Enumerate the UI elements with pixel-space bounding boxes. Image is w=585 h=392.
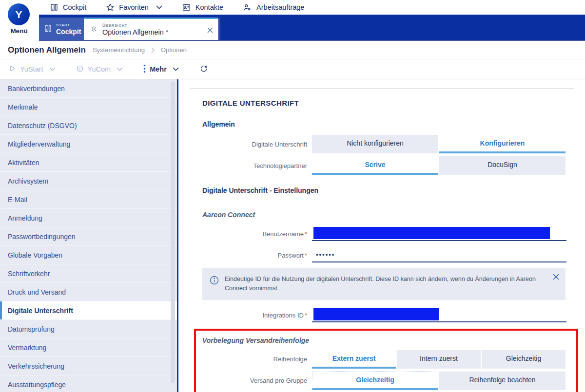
sidebar-scrollbar[interactable]	[171, 81, 175, 383]
toggle-option[interactable]: Scrive	[312, 156, 438, 175]
chevron-down-icon	[49, 67, 56, 71]
utility-item-label: Arbeitsaufträge	[256, 3, 304, 11]
field-label: Digitale Unterschrift	[178, 141, 307, 148]
kebab-menu-icon	[143, 64, 146, 75]
chevron-right-icon	[151, 47, 155, 53]
sidebar-item[interactable]: Anmeldung	[0, 209, 177, 227]
field-label: Passwort*	[178, 252, 307, 262]
username-input[interactable]	[312, 226, 566, 241]
sidebar-item-label: Digitale Unterschrift	[8, 307, 73, 315]
sidebar-item[interactable]: E-Mail	[0, 190, 177, 209]
toggle-group: ScriveDocuSign	[312, 156, 566, 175]
sidebar-item[interactable]: Archivsystem	[0, 172, 177, 190]
tab-label: Optionen Allgemein *	[102, 28, 201, 37]
sidebar-item[interactable]: Digitale Unterschrift	[0, 301, 177, 320]
sidebar-item[interactable]: Globale Vorgaben	[0, 246, 177, 264]
settings-content: DIGITALE UNTERSCHRIFT Allgemein Digitale…	[178, 79, 585, 392]
tab-close-icon[interactable]	[207, 27, 214, 34]
password-input[interactable]: ••••••	[312, 248, 566, 262]
vorbelegung-rows: ReihenfolgeExtern zuerstIntern zuerstGle…	[202, 350, 566, 390]
mehr-label: Mehr	[150, 65, 167, 73]
page-title: Optionen Allgemein	[8, 45, 86, 55]
sidebar-item[interactable]: Mitgliederverwaltung	[0, 135, 177, 153]
sidebar-item-label: Schriftverkehr	[8, 270, 50, 278]
info-message: Eindeutige ID für die Nutzung der digita…	[225, 275, 537, 294]
toggle-option[interactable]: Reihenfolge beachten	[439, 372, 566, 390]
menu-logo-button[interactable]: Y	[8, 3, 30, 25]
sidebar-item[interactable]: Schriftverkehr	[0, 264, 177, 283]
star-icon	[106, 3, 115, 12]
sidebar-item-label: Globale Vorgaben	[8, 251, 62, 259]
toggle-option[interactable]: DocuSign	[439, 156, 566, 175]
red-annotation-box: Vorbelegung Versandreihenfolge Reihenfol…	[194, 329, 578, 392]
tab-start-cockpit[interactable]: START Cockpit	[39, 18, 84, 41]
yustart-button[interactable]: YuStart	[9, 65, 56, 74]
sidebar-item[interactable]: Vermarktung	[0, 338, 177, 357]
sidebar-item[interactable]: Aktivitäten	[0, 153, 177, 172]
tab-bar: START Cockpit ÜBERSICHT Optionen Allgeme…	[39, 15, 585, 41]
sidebar-item-label: Archivsystem	[8, 177, 48, 185]
chevron-down-icon	[156, 5, 162, 9]
sidebar-item-label: Bankverbindungen	[8, 85, 65, 93]
required-asterisk: *	[305, 230, 307, 238]
content-top-divider	[190, 88, 574, 89]
group-title-aareon-connect: Aareon Connect	[202, 211, 585, 219]
sidebar-item[interactable]: Verkehrssicherung	[0, 357, 177, 375]
redacted-value	[313, 308, 439, 320]
utility-item-label: Favoriten	[119, 3, 148, 11]
group-title-vorbelegung: Vorbelegung Versandreihenfolge	[202, 336, 566, 344]
redacted-value	[313, 227, 550, 239]
field-label: Technologiepartner	[178, 162, 307, 169]
info-icon	[210, 276, 219, 294]
username-row: Benutzername*	[178, 226, 585, 241]
utility-item-arbeitsauftraege[interactable]: Arbeitsaufträge	[243, 3, 304, 12]
sidebar-item-label: Ausstattungspflege	[8, 381, 66, 389]
sidebar-item[interactable]: Bankverbindungen	[0, 79, 177, 98]
breadcrumb-item[interactable]: Optionen	[161, 46, 187, 54]
form-row: TechnologiepartnerScriveDocuSign	[178, 156, 585, 175]
form-row: ReihenfolgeExtern zuerstIntern zuerstGle…	[202, 350, 566, 369]
toggle-option[interactable]: Gleichzeitig	[482, 350, 566, 369]
sidebar-item[interactable]: Merkmale	[0, 98, 177, 116]
info-close-icon[interactable]	[552, 273, 560, 280]
field-label: Reihenfolge	[202, 355, 307, 363]
subsection-einstellungen-title: Digitale Unterschrift - Einstellungen	[202, 187, 585, 194]
chat-bubble-icon	[76, 65, 84, 74]
toggle-option[interactable]: Extern zuerst	[312, 350, 396, 369]
field-label: Benutzername*	[178, 230, 307, 241]
options-sidebar: BankverbindungenMerkmaleDatenschutz (DSG…	[0, 79, 177, 392]
sidebar-item-label: Aktivitäten	[8, 159, 39, 167]
toggle-group: Extern zuerstIntern zuerstGleichzeitig	[312, 350, 566, 369]
allgemein-rows: Digitale UnterschriftNicht konfigurieren…	[178, 135, 585, 175]
breadcrumb-item[interactable]: Systemeinrichtung	[93, 46, 145, 54]
toggle-option[interactable]: Gleichzeitig	[312, 372, 438, 390]
chevron-down-icon	[173, 67, 179, 71]
gear-icon	[90, 25, 98, 35]
sidebar-item[interactable]: Passwortbedingungen	[0, 227, 177, 246]
sidebar-item-label: Datumsprüfung	[8, 325, 55, 333]
tab-optionen-allgemein[interactable]: ÜBERSICHT Optionen Allgemein *	[84, 18, 218, 41]
selected-indicator	[0, 301, 2, 319]
toggle-option[interactable]: Konfigurieren	[439, 135, 566, 153]
sidebar-item[interactable]: Druck und Versand	[0, 283, 177, 301]
toggle-option[interactable]: Intern zuerst	[397, 350, 481, 369]
form-row: Versand pro GruppeGleichzeitigReihenfolg…	[202, 372, 566, 390]
integration-id-input[interactable]	[312, 308, 566, 322]
sidebar-item-label: Anmeldung	[8, 214, 42, 222]
sidebar-item[interactable]: Datenschutz (DSGVO)	[0, 116, 177, 135]
info-banner: Eindeutige ID für die Nutzung der digita…	[202, 268, 566, 300]
sidebar-item[interactable]: Ausstattungspflege	[0, 375, 177, 392]
yucom-button[interactable]: YuCom	[76, 65, 123, 74]
toggle-option[interactable]: Nicht konfigurieren	[312, 135, 438, 153]
refresh-button[interactable]	[199, 64, 208, 75]
logo-letter: Y	[15, 9, 22, 20]
tab-kicker: ÜBERSICHT	[102, 23, 201, 28]
cockpit-grid-icon	[44, 24, 52, 35]
utility-item-cockpit[interactable]: Cockpit	[50, 3, 86, 12]
utility-item-kontakte[interactable]: Kontakte	[182, 3, 223, 12]
mehr-button[interactable]: Mehr	[143, 64, 179, 75]
sidebar-item[interactable]: Datumsprüfung	[0, 320, 177, 338]
integration-id-row: Integrations ID*	[178, 308, 585, 322]
utility-item-label: Kontakte	[195, 3, 223, 11]
utility-item-favoriten[interactable]: Favoriten	[106, 3, 162, 12]
